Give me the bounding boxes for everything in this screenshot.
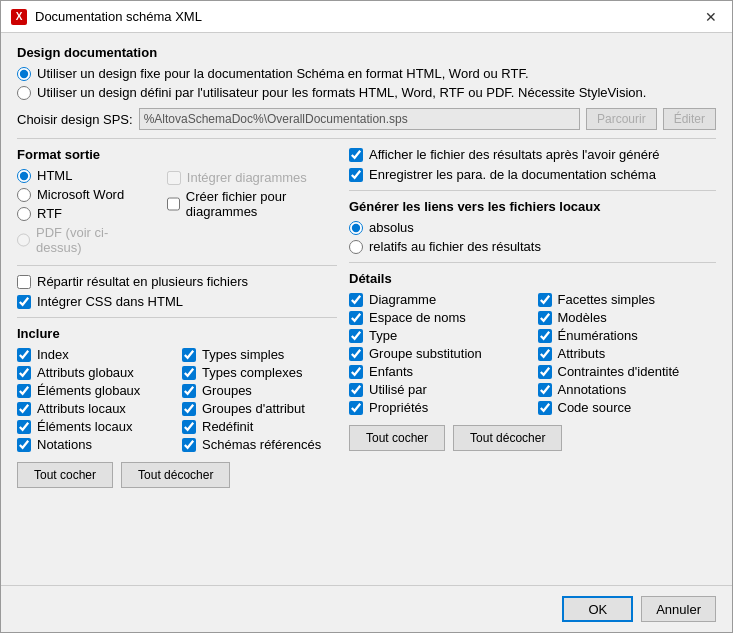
details-item-label-10[interactable]: Utilisé par (369, 382, 427, 397)
format-html-radio[interactable] (17, 169, 31, 183)
details-item-check-3[interactable] (538, 311, 552, 325)
details-item-label-8[interactable]: Enfants (369, 364, 413, 379)
design-radio-user[interactable] (17, 86, 31, 100)
details-item-check-8[interactable] (349, 365, 363, 379)
inclure-item-check-3[interactable] (182, 366, 196, 380)
format-html-label[interactable]: HTML (37, 168, 72, 183)
details-item-label-3[interactable]: Modèles (558, 310, 607, 325)
inclure-item-label-8[interactable]: Éléments locaux (37, 419, 132, 434)
absolus-radio[interactable] (349, 221, 363, 235)
format-pdf-label[interactable]: PDF (voir ci-dessus) (36, 225, 137, 255)
integrer-diagrammes-label[interactable]: Intégrer diagrammes (187, 170, 307, 185)
dialog-title: Documentation schéma XML (35, 9, 202, 24)
design-radio-user-label[interactable]: Utiliser un design défini par l'utilisat… (37, 85, 646, 100)
inclure-item-check-7[interactable] (182, 402, 196, 416)
details-item-check-5[interactable] (538, 329, 552, 343)
details-item-label-4[interactable]: Type (369, 328, 397, 343)
inclure-item-check-2[interactable] (17, 366, 31, 380)
details-item-label-1[interactable]: Facettes simples (558, 292, 656, 307)
inclure-item-label-1[interactable]: Types simples (202, 347, 284, 362)
details-item-label-5[interactable]: Énumérations (558, 328, 638, 343)
design-radio-fixed-label[interactable]: Utiliser un design fixe pour la document… (37, 66, 529, 81)
details-item-check-13[interactable] (538, 401, 552, 415)
title-bar-left: X Documentation schéma XML (11, 9, 202, 25)
inclure-item-check-9[interactable] (182, 420, 196, 434)
footer: OK Annuler (1, 585, 732, 632)
inclure-item-check-0[interactable] (17, 348, 31, 362)
inclure-item-label-2[interactable]: Attributs globaux (37, 365, 134, 380)
inclure-item-label-11[interactable]: Schémas référencés (202, 437, 321, 452)
details-item-check-0[interactable] (349, 293, 363, 307)
details-item-row: Propriétés (349, 400, 528, 415)
inclure-item-label-3[interactable]: Types complexes (202, 365, 302, 380)
format-word-label[interactable]: Microsoft Word (37, 187, 124, 202)
repartir-check[interactable] (17, 275, 31, 289)
close-button[interactable]: ✕ (700, 6, 722, 28)
details-tout-cocher[interactable]: Tout cocher (349, 425, 445, 451)
inclure-item-label-0[interactable]: Index (37, 347, 69, 362)
enregistrer-label[interactable]: Enregistrer les para. de la documentatio… (369, 167, 656, 182)
cancel-button[interactable]: Annuler (641, 596, 716, 622)
design-radio-fixed[interactable] (17, 67, 31, 81)
inclure-item-label-6[interactable]: Attributs locaux (37, 401, 126, 416)
integrer-css-label[interactable]: Intégrer CSS dans HTML (37, 294, 183, 309)
format-pdf-radio[interactable] (17, 233, 30, 247)
details-item-label-6[interactable]: Groupe substitution (369, 346, 482, 361)
format-rtf-label[interactable]: RTF (37, 206, 62, 221)
integrer-css-check[interactable] (17, 295, 31, 309)
details-item-row: Espace de noms (349, 310, 528, 325)
details-item-label-12[interactable]: Propriétés (369, 400, 428, 415)
relatifs-radio[interactable] (349, 240, 363, 254)
inclure-item-check-11[interactable] (182, 438, 196, 452)
absolus-label[interactable]: absolus (369, 220, 414, 235)
inclure-item-label-4[interactable]: Éléments globaux (37, 383, 140, 398)
format-word-radio[interactable] (17, 188, 31, 202)
inclure-item-row: Redéfinit (182, 419, 337, 434)
creer-fichier-label[interactable]: Créer fichier pour diagrammes (186, 189, 337, 219)
inclure-item-check-5[interactable] (182, 384, 196, 398)
inclure-item-check-4[interactable] (17, 384, 31, 398)
inclure-tout-decocher[interactable]: Tout décocher (121, 462, 230, 488)
integrer-diagrammes-check[interactable] (167, 171, 181, 185)
details-item-label-9[interactable]: Contraintes d'identité (558, 364, 680, 379)
afficher-label[interactable]: Afficher le fichier des résultats après … (369, 147, 660, 162)
format-rtf-radio[interactable] (17, 207, 31, 221)
details-item-check-2[interactable] (349, 311, 363, 325)
inclure-tout-cocher[interactable]: Tout cocher (17, 462, 113, 488)
editer-button[interactable]: Éditer (663, 108, 716, 130)
dialog: X Documentation schéma XML ✕ Design docu… (0, 0, 733, 633)
inclure-item-label-7[interactable]: Groupes d'attribut (202, 401, 305, 416)
creer-fichier-check[interactable] (167, 197, 180, 211)
details-item-label-7[interactable]: Attributs (558, 346, 606, 361)
details-item-check-6[interactable] (349, 347, 363, 361)
sps-input[interactable] (139, 108, 580, 130)
enregistrer-check[interactable] (349, 168, 363, 182)
format-rtf-row: RTF (17, 206, 137, 221)
details-item-check-1[interactable] (538, 293, 552, 307)
details-item-label-11[interactable]: Annotations (558, 382, 627, 397)
details-item-check-7[interactable] (538, 347, 552, 361)
details-item-check-4[interactable] (349, 329, 363, 343)
inclure-item-label-5[interactable]: Groupes (202, 383, 252, 398)
details-item-check-11[interactable] (538, 383, 552, 397)
format-word-row: Microsoft Word (17, 187, 137, 202)
details-item-check-9[interactable] (538, 365, 552, 379)
repartir-label[interactable]: Répartir résultat en plusieurs fichiers (37, 274, 248, 289)
details-item-label-13[interactable]: Code source (558, 400, 632, 415)
inclure-item-label-9[interactable]: Redéfinit (202, 419, 253, 434)
inclure-item-check-10[interactable] (17, 438, 31, 452)
inclure-item-check-8[interactable] (17, 420, 31, 434)
details-item-check-10[interactable] (349, 383, 363, 397)
parcourir-button[interactable]: Parcourir (586, 108, 657, 130)
details-item-check-12[interactable] (349, 401, 363, 415)
relatifs-label[interactable]: relatifs au fichier des résultats (369, 239, 541, 254)
details-item-label-0[interactable]: Diagramme (369, 292, 436, 307)
ok-button[interactable]: OK (562, 596, 633, 622)
inclure-item-check-1[interactable] (182, 348, 196, 362)
details-tout-decocher[interactable]: Tout décocher (453, 425, 562, 451)
inclure-item-check-6[interactable] (17, 402, 31, 416)
details-item-label-2[interactable]: Espace de noms (369, 310, 466, 325)
inclure-item-label-10[interactable]: Notations (37, 437, 92, 452)
afficher-check[interactable] (349, 148, 363, 162)
dialog-icon: X (11, 9, 27, 25)
